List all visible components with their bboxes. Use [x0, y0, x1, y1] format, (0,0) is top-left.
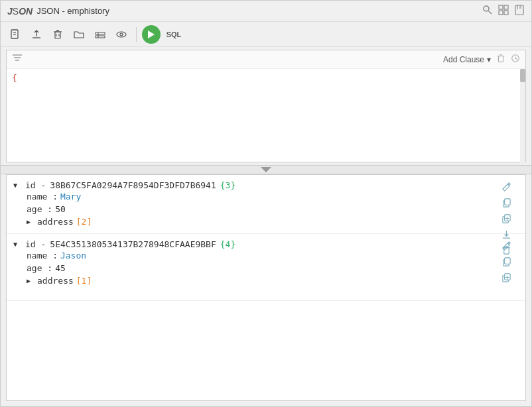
record-2-count: {4} — [220, 239, 235, 249]
query-content[interactable]: { — [7, 69, 525, 162]
upload-button[interactable] — [27, 25, 46, 44]
svg-rect-5 — [504, 11, 508, 15]
svg-rect-18 — [96, 36, 105, 38]
record-1-name-field: name : Mary — [13, 190, 525, 203]
edit-icon-1[interactable] — [500, 180, 512, 192]
query-scrollbar[interactable] — [520, 69, 525, 163]
duplicate-icon-2[interactable] — [500, 271, 512, 283]
folder-button[interactable] — [70, 25, 88, 44]
svg-rect-3 — [504, 5, 508, 9]
record-2-header: ▼ id - 5E4C351380534137B278948CFAAE9BBF … — [13, 239, 525, 249]
query-editor: Add Clause ▾ { — [6, 50, 526, 162]
svg-point-0 — [484, 6, 489, 11]
record-1-age-field: age : 50 — [13, 203, 525, 215]
svg-rect-8 — [519, 5, 521, 9]
record-1-toggle[interactable]: ▼ — [13, 182, 21, 190]
svg-rect-2 — [499, 5, 503, 9]
add-clause-button[interactable]: Add Clause ▾ — [443, 55, 491, 64]
duplicate-icon-1[interactable] — [500, 212, 512, 224]
record-2-actions — [500, 239, 512, 283]
record-2-name-field: name : Jason — [13, 249, 525, 262]
results-area[interactable]: ▼ id - 38B67C5FA0294A7F8954DF3DFD7B6941 … — [6, 174, 526, 401]
sql-button[interactable]: SQL — [163, 25, 184, 44]
query-toolbar: Add Clause ▾ — [7, 50, 525, 69]
filter-lines-icon — [12, 54, 23, 65]
window-title: JSON - emphistory — [36, 6, 109, 16]
svg-marker-22 — [148, 30, 155, 38]
record-2-address-field: ▶ address [1] — [13, 274, 525, 287]
query-history-icon[interactable] — [511, 54, 520, 65]
record-2: ▼ id - 5E4C351380534137B278948CFAAE9BBF … — [7, 234, 525, 301]
svg-rect-26 — [499, 56, 503, 62]
query-trash-icon[interactable] — [496, 54, 505, 65]
svg-marker-30 — [261, 167, 271, 172]
trash-button[interactable] — [48, 25, 67, 44]
record-1: ▼ id - 38B67C5FA0294A7F8954DF3DFD7B6941 … — [7, 175, 525, 234]
grid-view-icon[interactable] — [498, 5, 509, 17]
record-1-age-value: 50 — [55, 204, 66, 214]
search-icon[interactable] — [482, 5, 493, 17]
svg-point-20 — [117, 32, 126, 37]
query-scrollbar-thumb — [520, 69, 525, 82]
title-bar-left: JSON JSON - emphistory — [7, 6, 109, 17]
svg-point-21 — [120, 33, 123, 36]
svg-rect-4 — [499, 11, 503, 15]
main-toolbar: SQL — [1, 22, 531, 47]
record-2-name-value: Jason — [60, 251, 86, 261]
record-1-address-count: [2] — [76, 217, 92, 227]
chevron-down-icon: ▾ — [487, 55, 491, 64]
svg-rect-17 — [96, 32, 105, 34]
record-2-toggle[interactable]: ▼ — [13, 241, 21, 249]
record-2-age-field: age : 45 — [13, 262, 525, 274]
add-clause-label: Add Clause — [443, 55, 484, 64]
svg-rect-12 — [55, 32, 60, 38]
json-icon: JSON — [7, 6, 33, 17]
record-2-address-count: [1] — [76, 276, 92, 286]
record-1-address-field: ▶ address [2] — [13, 215, 525, 228]
grid-button[interactable] — [91, 25, 109, 44]
copy-icon-2[interactable] — [500, 255, 512, 267]
run-button[interactable] — [142, 25, 161, 44]
edit-icon-2[interactable] — [500, 239, 512, 251]
svg-line-1 — [489, 11, 492, 15]
svg-rect-42 — [504, 257, 509, 263]
record-2-id: 5E4C351380534137B278948CFAAE9BBF — [50, 239, 216, 249]
title-bar: JSON JSON - emphistory — [1, 1, 531, 22]
save-view-icon[interactable] — [514, 5, 525, 17]
record-1-count: {3} — [220, 180, 235, 190]
title-bar-icons — [482, 5, 525, 17]
record-2-address-toggle[interactable]: ▶ — [27, 277, 34, 285]
main-window: JSON JSON - emphistory — [0, 0, 532, 407]
new-button[interactable] — [6, 25, 25, 44]
svg-rect-32 — [504, 198, 509, 204]
collapse-handle[interactable] — [1, 165, 531, 174]
query-text: { — [12, 73, 17, 83]
record-1-address-toggle[interactable]: ▶ — [27, 218, 34, 226]
copy-icon-1[interactable] — [500, 196, 512, 208]
record-1-header: ▼ id - 38B67C5FA0294A7F8954DF3DFD7B6941 … — [13, 180, 525, 190]
record-2-age-value: 45 — [55, 263, 66, 273]
record-1-id: 38B67C5FA0294A7F8954DF3DFD7B6941 — [50, 180, 216, 190]
query-toolbar-right: Add Clause ▾ — [443, 54, 520, 65]
view-button[interactable] — [112, 25, 131, 44]
toolbar-separator — [136, 27, 137, 42]
record-1-name-value: Mary — [60, 192, 81, 202]
